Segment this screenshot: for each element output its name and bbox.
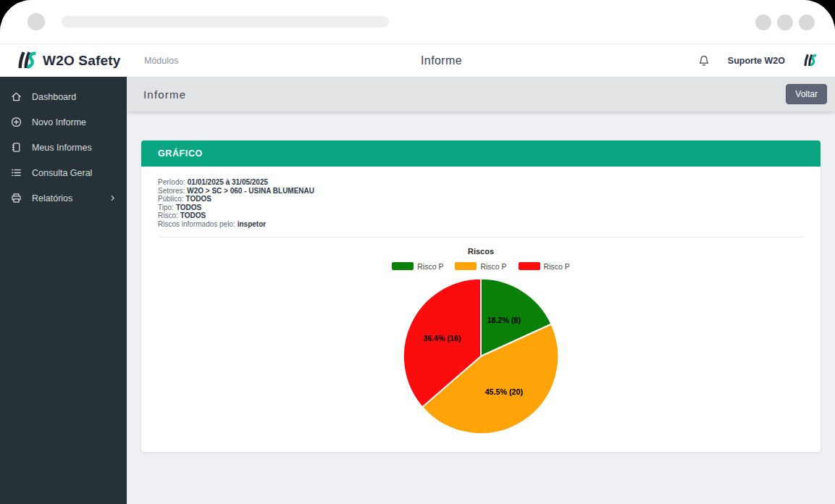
navbar-right-group: Suporte W2O bbox=[697, 54, 835, 67]
browser-profile-circle bbox=[28, 13, 45, 30]
sidebar-item-label: Dashboard bbox=[32, 92, 76, 102]
window-control-circle bbox=[777, 14, 793, 30]
page-title: Informe bbox=[127, 88, 186, 101]
home-icon bbox=[10, 91, 22, 103]
w2o-mini-logo-icon[interactable] bbox=[802, 54, 818, 67]
list-icon bbox=[10, 167, 22, 179]
filter-risco: Risco:TODOS bbox=[158, 211, 804, 220]
sidebar-item-label: Relatórios bbox=[32, 193, 72, 203]
legend-label: Risco P bbox=[480, 262, 506, 271]
plus-circle-icon bbox=[10, 116, 22, 128]
nav-item-modulos[interactable]: Módulos bbox=[144, 56, 178, 66]
sidebar: Dashboard Novo Informe Meus Informes bbox=[0, 77, 127, 504]
chart-title: Riscos bbox=[158, 247, 804, 256]
chart-legend: Risco P Risco P Risco P bbox=[158, 262, 804, 271]
sidebar-item-consulta-geral[interactable]: Consulta Geral bbox=[0, 160, 127, 185]
legend-swatch-green bbox=[392, 262, 414, 270]
pie-chart: Riscos Risco P Risco P bbox=[158, 247, 804, 440]
legend-swatch-red bbox=[519, 262, 540, 270]
sidebar-item-novo-informe[interactable]: Novo Informe bbox=[0, 109, 127, 135]
pie-slice-label-2: 36.4% (16) bbox=[423, 334, 461, 343]
content-area: Informe Voltar GRÁFICO Período:01/01/202… bbox=[127, 77, 835, 504]
app-window: W2O Safety Módulos Informe Suporte W2O bbox=[0, 0, 835, 504]
window-control-circle bbox=[799, 14, 815, 30]
card-body: Período:01/01/2025 à 31/05/2025 Setores:… bbox=[141, 167, 821, 452]
sidebar-item-label: Consulta Geral bbox=[32, 168, 92, 178]
filter-publico: Público:TODOS bbox=[158, 195, 804, 203]
pie-slice-label-1: 45.5% (20) bbox=[485, 387, 524, 396]
bell-icon[interactable] bbox=[697, 54, 710, 67]
printer-icon bbox=[10, 192, 22, 204]
sidebar-item-relatorios[interactable]: Relatórios bbox=[0, 185, 127, 211]
pie-svg: 18.2% (8)45.5% (20)36.4% (16) bbox=[400, 275, 562, 437]
top-navbar: W2O Safety Módulos Informe Suporte W2O bbox=[0, 43, 835, 77]
sidebar-item-dashboard[interactable]: Dashboard bbox=[0, 84, 127, 109]
legend-label: Risco P bbox=[544, 262, 570, 271]
filter-tipo: Tipo:TODOS bbox=[158, 203, 804, 212]
card-header: GRÁFICO bbox=[141, 140, 821, 167]
divider bbox=[158, 237, 804, 238]
legend-item-orange[interactable]: Risco P bbox=[455, 262, 506, 271]
filter-setores: Setores:W2O > SC > 060 - USINA BLUMENAU bbox=[158, 187, 804, 196]
main-area: Dashboard Novo Informe Meus Informes bbox=[0, 77, 835, 504]
legend-label: Risco P bbox=[417, 262, 443, 271]
window-controls bbox=[755, 14, 815, 30]
address-bar[interactable] bbox=[62, 16, 389, 28]
sidebar-item-label: Meus Informes bbox=[32, 143, 92, 153]
window-control-circle bbox=[755, 14, 771, 30]
browser-chrome bbox=[0, 0, 835, 43]
filter-informados-pelo: Riscos informados pelo:inspetor bbox=[158, 220, 804, 229]
book-icon bbox=[10, 141, 22, 154]
brand-logo[interactable]: W2O Safety bbox=[16, 51, 127, 70]
voltar-button[interactable]: Voltar bbox=[786, 84, 827, 104]
navbar-page-title: Informe bbox=[421, 44, 462, 77]
support-link[interactable]: Suporte W2O bbox=[728, 56, 785, 66]
pie-slice-label-0: 18.2% (8) bbox=[487, 316, 521, 324]
legend-swatch-orange bbox=[455, 262, 477, 270]
legend-item-green[interactable]: Risco P bbox=[392, 262, 443, 271]
page-header: Informe Voltar bbox=[127, 77, 835, 112]
pie-holder: 18.2% (8)45.5% (20)36.4% (16) bbox=[158, 275, 804, 440]
brand-name: W2O Safety bbox=[43, 53, 121, 69]
filter-periodo: Período:01/01/2025 à 31/05/2025 bbox=[158, 178, 804, 187]
grafico-card: GRÁFICO Período:01/01/2025 à 31/05/2025 … bbox=[141, 140, 821, 452]
w2o-logo-icon bbox=[16, 51, 38, 70]
legend-item-red[interactable]: Risco P bbox=[519, 262, 570, 271]
sidebar-item-label: Novo Informe bbox=[32, 117, 86, 127]
chevron-right-icon bbox=[109, 194, 117, 202]
sidebar-item-meus-informes[interactable]: Meus Informes bbox=[0, 135, 127, 160]
